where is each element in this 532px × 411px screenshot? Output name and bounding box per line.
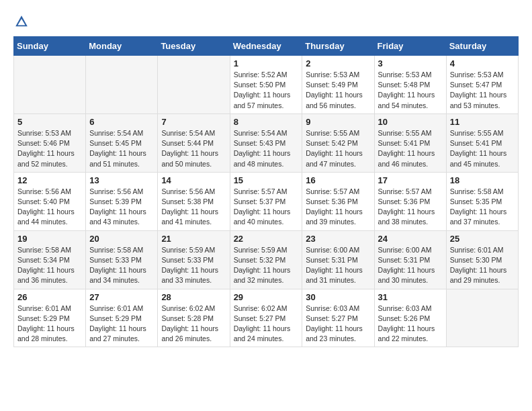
calendar-table: SundayMondayTuesdayWednesdayThursdayFrid… [13,36,519,347]
day-info: Sunrise: 5:58 AMSunset: 5:34 PMDaylight:… [17,245,82,286]
day-number: 5 [17,117,82,127]
day-info: Sunrise: 5:54 AMSunset: 5:44 PMDaylight:… [161,128,226,169]
calendar-cell: 13Sunrise: 5:56 AMSunset: 5:39 PMDayligh… [86,172,158,230]
day-number: 24 [378,234,443,244]
calendar-cell: 19Sunrise: 5:58 AMSunset: 5:34 PMDayligh… [14,230,86,289]
day-number: 10 [378,117,443,127]
day-info: Sunrise: 5:54 AMSunset: 5:45 PMDaylight:… [89,128,154,169]
day-info: Sunrise: 6:03 AMSunset: 5:27 PMDaylight:… [306,304,370,345]
day-info: Sunrise: 6:01 AMSunset: 5:30 PMDaylight:… [450,245,515,286]
day-number: 29 [234,292,299,302]
calendar-cell: 9Sunrise: 5:55 AMSunset: 5:42 PMDaylight… [302,113,374,172]
calendar-cell: 18Sunrise: 5:58 AMSunset: 5:35 PMDayligh… [446,172,518,230]
weekday-header-monday: Monday [86,37,158,56]
day-info: Sunrise: 5:57 AMSunset: 5:36 PMDaylight:… [378,187,443,228]
day-number: 14 [161,175,226,185]
calendar-cell: 24Sunrise: 6:00 AMSunset: 5:31 PMDayligh… [374,230,446,289]
weekday-header-sunday: Sunday [14,37,86,56]
day-info: Sunrise: 5:53 AMSunset: 5:47 PMDaylight:… [450,70,515,111]
day-info: Sunrise: 5:59 AMSunset: 5:32 PMDaylight:… [234,245,299,286]
day-number: 25 [450,234,515,244]
day-number: 28 [161,292,226,302]
day-number: 20 [89,234,154,244]
day-info: Sunrise: 5:58 AMSunset: 5:35 PMDaylight:… [450,187,515,228]
day-info: Sunrise: 5:55 AMSunset: 5:41 PMDaylight:… [450,128,515,169]
day-number: 7 [161,117,226,127]
weekday-header-wednesday: Wednesday [230,37,302,56]
day-number: 13 [89,175,154,185]
calendar-cell: 20Sunrise: 5:58 AMSunset: 5:33 PMDayligh… [86,230,158,289]
day-info: Sunrise: 5:53 AMSunset: 5:46 PMDaylight:… [17,128,82,169]
day-number: 30 [306,292,370,302]
day-info: Sunrise: 5:56 AMSunset: 5:39 PMDaylight:… [89,187,154,228]
day-number: 22 [234,234,299,244]
calendar-cell: 16Sunrise: 5:57 AMSunset: 5:36 PMDayligh… [302,172,374,230]
day-info: Sunrise: 5:57 AMSunset: 5:37 PMDaylight:… [234,187,299,228]
calendar-week-row: 12Sunrise: 5:56 AMSunset: 5:40 PMDayligh… [14,172,519,230]
weekday-header-row: SundayMondayTuesdayWednesdayThursdayFrid… [14,37,519,56]
calendar-cell: 28Sunrise: 6:02 AMSunset: 5:28 PMDayligh… [158,289,230,347]
day-number: 27 [89,292,154,302]
day-info: Sunrise: 5:55 AMSunset: 5:42 PMDaylight:… [306,128,370,169]
calendar-week-row: 26Sunrise: 6:01 AMSunset: 5:29 PMDayligh… [14,289,519,347]
weekday-header-friday: Friday [374,37,446,56]
weekday-header-saturday: Saturday [446,37,518,56]
page-header [13,13,519,30]
calendar-cell: 27Sunrise: 6:01 AMSunset: 5:29 PMDayligh… [86,289,158,347]
day-number: 2 [306,58,370,68]
day-info: Sunrise: 5:52 AMSunset: 5:50 PMDaylight:… [234,70,299,111]
day-number: 15 [234,175,299,185]
day-info: Sunrise: 5:53 AMSunset: 5:49 PMDaylight:… [306,70,370,111]
logo-icon [13,13,30,30]
day-info: Sunrise: 6:03 AMSunset: 5:26 PMDaylight:… [378,304,443,345]
calendar-cell: 4Sunrise: 5:53 AMSunset: 5:47 PMDaylight… [446,56,518,114]
day-number: 9 [306,117,370,127]
day-number: 11 [450,117,515,127]
day-number: 21 [161,234,226,244]
day-number: 23 [306,234,370,244]
day-number: 18 [450,175,515,185]
calendar-cell: 5Sunrise: 5:53 AMSunset: 5:46 PMDaylight… [14,113,86,172]
calendar-cell: 15Sunrise: 5:57 AMSunset: 5:37 PMDayligh… [230,172,302,230]
day-info: Sunrise: 6:01 AMSunset: 5:29 PMDaylight:… [17,304,82,345]
calendar-cell: 1Sunrise: 5:52 AMSunset: 5:50 PMDaylight… [230,56,302,114]
calendar-cell: 2Sunrise: 5:53 AMSunset: 5:49 PMDaylight… [302,56,374,114]
day-info: Sunrise: 5:55 AMSunset: 5:41 PMDaylight:… [378,128,443,169]
day-info: Sunrise: 5:59 AMSunset: 5:33 PMDaylight:… [161,245,226,286]
day-info: Sunrise: 6:02 AMSunset: 5:28 PMDaylight:… [161,304,226,345]
calendar-cell: 22Sunrise: 5:59 AMSunset: 5:32 PMDayligh… [230,230,302,289]
calendar-cell: 30Sunrise: 6:03 AMSunset: 5:27 PMDayligh… [302,289,374,347]
calendar-cell: 25Sunrise: 6:01 AMSunset: 5:30 PMDayligh… [446,230,518,289]
calendar-cell: 14Sunrise: 5:56 AMSunset: 5:38 PMDayligh… [158,172,230,230]
calendar-cell [446,289,518,347]
weekday-header-tuesday: Tuesday [158,37,230,56]
calendar-cell: 26Sunrise: 6:01 AMSunset: 5:29 PMDayligh… [14,289,86,347]
calendar-cell: 8Sunrise: 5:54 AMSunset: 5:43 PMDaylight… [230,113,302,172]
day-number: 12 [17,175,82,185]
day-info: Sunrise: 5:58 AMSunset: 5:33 PMDaylight:… [89,245,154,286]
day-number: 26 [17,292,82,302]
day-info: Sunrise: 6:01 AMSunset: 5:29 PMDaylight:… [89,304,154,345]
day-info: Sunrise: 5:54 AMSunset: 5:43 PMDaylight:… [234,128,299,169]
day-info: Sunrise: 6:02 AMSunset: 5:27 PMDaylight:… [234,304,299,345]
calendar-cell: 7Sunrise: 5:54 AMSunset: 5:44 PMDaylight… [158,113,230,172]
calendar-cell: 23Sunrise: 6:00 AMSunset: 5:31 PMDayligh… [302,230,374,289]
day-number: 6 [89,117,154,127]
day-info: Sunrise: 5:56 AMSunset: 5:38 PMDaylight:… [161,187,226,228]
day-number: 19 [17,234,82,244]
day-info: Sunrise: 5:53 AMSunset: 5:48 PMDaylight:… [378,70,443,111]
day-number: 4 [450,58,515,68]
calendar-week-row: 1Sunrise: 5:52 AMSunset: 5:50 PMDaylight… [14,56,519,114]
calendar-cell: 17Sunrise: 5:57 AMSunset: 5:36 PMDayligh… [374,172,446,230]
calendar-cell: 3Sunrise: 5:53 AMSunset: 5:48 PMDaylight… [374,56,446,114]
day-number: 3 [378,58,443,68]
calendar-cell: 6Sunrise: 5:54 AMSunset: 5:45 PMDaylight… [86,113,158,172]
calendar-week-row: 19Sunrise: 5:58 AMSunset: 5:34 PMDayligh… [14,230,519,289]
calendar-cell: 10Sunrise: 5:55 AMSunset: 5:41 PMDayligh… [374,113,446,172]
calendar-cell: 21Sunrise: 5:59 AMSunset: 5:33 PMDayligh… [158,230,230,289]
day-number: 31 [378,292,443,302]
day-info: Sunrise: 5:57 AMSunset: 5:36 PMDaylight:… [306,187,370,228]
day-number: 8 [234,117,299,127]
day-number: 1 [234,58,299,68]
calendar-cell: 11Sunrise: 5:55 AMSunset: 5:41 PMDayligh… [446,113,518,172]
